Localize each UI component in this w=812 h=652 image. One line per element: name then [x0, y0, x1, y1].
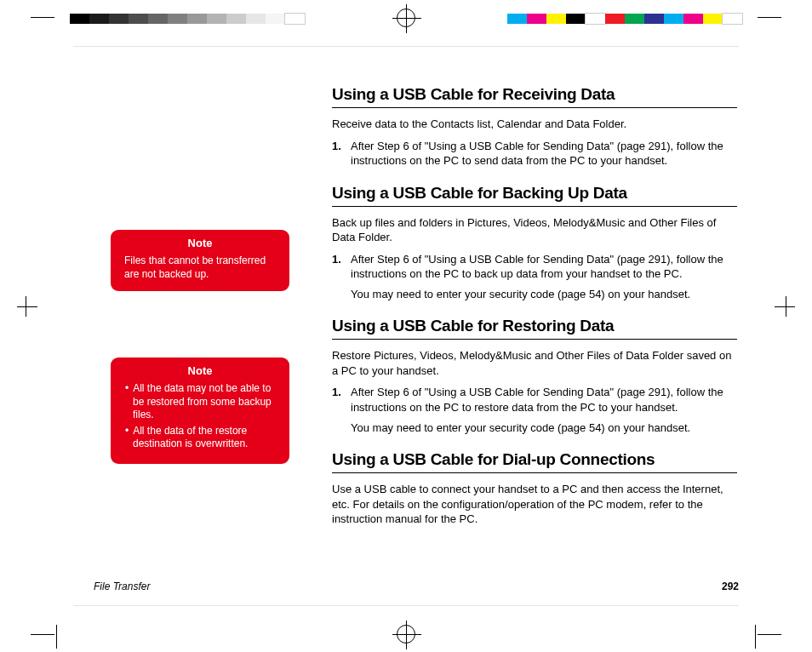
step-text: After Step 6 of "Using a USB Cable for S…: [351, 385, 737, 415]
note-text: Files that cannot be transferred are not…: [121, 255, 279, 281]
note-box-restore: Note All the data may not be able to be …: [111, 357, 289, 464]
main-content: Using a USB Cable for Receiving Data Rec…: [306, 85, 737, 601]
note-box-backup: Note Files that cannot be transferred ar…: [111, 230, 289, 291]
registration-mark-icon: [397, 9, 415, 27]
step-subtext: You may need to enter your security code…: [351, 287, 737, 302]
step-subtext: You may need to enter your security code…: [351, 420, 737, 436]
note-bullet: All the data may not be able to be resto…: [121, 382, 279, 422]
page-footer: File Transfer 292: [94, 581, 739, 592]
step-text: After Step 6 of "Using a USB Cable for S…: [351, 252, 737, 282]
registration-mark-icon: [397, 625, 415, 643]
note-label: Note: [121, 237, 279, 249]
footer-section-name: File Transfer: [94, 581, 150, 592]
step-number: 1.: [332, 252, 351, 282]
color-bar: [507, 14, 742, 24]
heading-dialup: Using a USB Cable for Dial-up Connection…: [332, 450, 737, 473]
intro-text: Receive data to the Contacts list, Calen…: [332, 117, 737, 132]
footer-page-number: 292: [722, 581, 739, 592]
heading-restoring: Using a USB Cable for Restoring Data: [332, 317, 737, 340]
step-text: After Step 6 of "Using a USB Cable for S…: [351, 139, 737, 169]
intro-text: Back up files and folders in Pictures, V…: [332, 215, 737, 245]
step-item: 1. After Step 6 of "Using a USB Cable fo…: [332, 252, 737, 282]
step-item: 1. After Step 6 of "Using a USB Cable fo…: [332, 139, 737, 169]
note-bullet: All the data of the restore destination …: [121, 425, 279, 451]
note-label: Note: [121, 364, 279, 377]
intro-text: Restore Pictures, Videos, Melody&Music a…: [332, 348, 737, 378]
step-number: 1.: [332, 139, 351, 169]
heading-receiving: Using a USB Cable for Receiving Data: [332, 85, 737, 108]
greyscale-bar: [70, 14, 305, 24]
intro-text: Use a USB cable to connect your handset …: [332, 482, 737, 527]
printer-marks-bottom: [0, 618, 812, 652]
step-item: 1. After Step 6 of "Using a USB Cable fo…: [332, 385, 737, 415]
printer-marks-top: [0, 0, 812, 34]
step-number: 1.: [332, 385, 351, 415]
heading-backup: Using a USB Cable for Backing Up Data: [332, 184, 737, 207]
